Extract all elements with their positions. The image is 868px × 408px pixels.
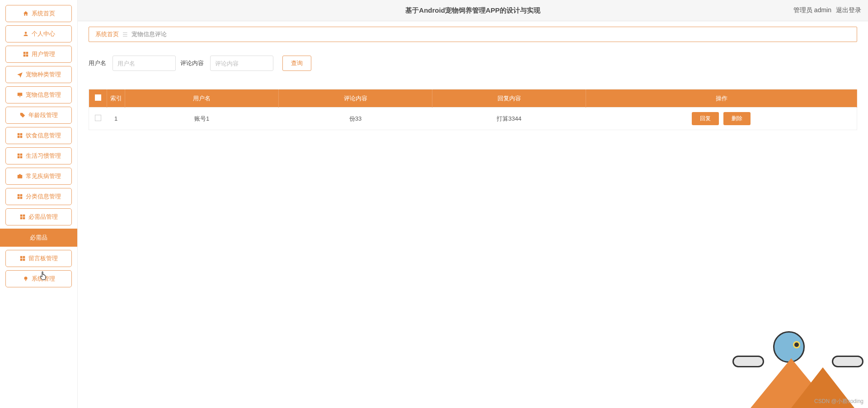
- table-header-comment: 评论内容: [279, 89, 432, 108]
- sidebar-item-label: 年龄段管理: [28, 111, 58, 119]
- sidebar-item-label: 饮食信息管理: [26, 131, 61, 140]
- svg-rect-20: [20, 197, 22, 199]
- svg-rect-13: [17, 156, 19, 159]
- sidebar-item-label: 必需品: [30, 234, 47, 242]
- table-header-index: 索引: [107, 89, 125, 108]
- header: 基于Android宠物饲养管理APP的设计与实现 管理员 admin 退出登录: [78, 0, 868, 21]
- sidebar-item-messageboard[interactable]: 留言板管理: [5, 250, 72, 267]
- table-header-username: 用户名: [125, 89, 279, 108]
- grid-icon: [17, 153, 23, 159]
- page-title: 基于Android宠物饲养管理APP的设计与实现: [405, 6, 540, 15]
- svg-rect-17: [17, 194, 19, 197]
- svg-rect-5: [17, 93, 22, 96]
- svg-rect-26: [23, 256, 25, 258]
- sidebar-item-home[interactable]: 系统首页: [5, 5, 72, 22]
- home-icon: [23, 10, 29, 17]
- svg-rect-15: [17, 175, 22, 178]
- row-checkbox[interactable]: [89, 108, 107, 130]
- row-username: 账号1: [125, 108, 279, 130]
- sidebar-item-label: 留言板管理: [28, 254, 58, 263]
- sidebar-item-label: 系统首页: [32, 9, 55, 18]
- svg-rect-22: [23, 215, 25, 217]
- sidebar-item-label: 常见疾病管理: [26, 172, 61, 180]
- bulb-icon: [23, 276, 29, 282]
- sidebar-item-label: 分类信息管理: [26, 192, 61, 201]
- svg-rect-30: [25, 280, 26, 281]
- sidebar-item-necessity[interactable]: 必需品管理: [5, 208, 72, 225]
- tag-icon: [19, 112, 26, 118]
- table-header-reply: 回复内容: [432, 89, 586, 108]
- svg-rect-21: [20, 215, 23, 217]
- svg-rect-1: [23, 52, 25, 54]
- filter-bar: 用户名 评论内容 查询: [89, 56, 857, 71]
- logout-link[interactable]: 退出登录: [836, 6, 861, 14]
- sidebar-item-category-info[interactable]: 分类信息管理: [5, 188, 72, 205]
- row-reply: 打算3344: [432, 108, 586, 130]
- username-input[interactable]: [113, 56, 176, 71]
- svg-rect-28: [23, 259, 25, 261]
- reply-button[interactable]: 回复: [692, 112, 719, 125]
- sidebar-item-profile[interactable]: 个人中心: [5, 25, 72, 42]
- svg-rect-7: [17, 133, 19, 136]
- row-index: 1: [107, 108, 125, 130]
- table-row: 1 账号1 份33 打算3344 回复 删除: [89, 108, 857, 130]
- sidebar-item-diet[interactable]: 饮食信息管理: [5, 127, 72, 144]
- sidebar-item-label: 个人中心: [32, 30, 55, 38]
- svg-rect-23: [20, 217, 23, 220]
- row-ops: 回复 删除: [586, 108, 857, 130]
- sidebar-item-age[interactable]: 年龄段管理: [5, 107, 72, 124]
- svg-rect-25: [20, 256, 23, 258]
- content-input[interactable]: [210, 56, 273, 71]
- svg-rect-3: [23, 55, 25, 57]
- svg-rect-24: [23, 217, 25, 220]
- breadcrumb-home[interactable]: 系统首页: [95, 30, 119, 38]
- svg-rect-11: [17, 154, 19, 156]
- person-icon: [23, 31, 29, 37]
- grid-icon: [17, 132, 23, 139]
- sidebar-item-label: 系统管理: [32, 275, 55, 283]
- header-user[interactable]: 管理员 admin: [793, 6, 831, 14]
- sidebar-subitem-necessity-active[interactable]: 必需品: [0, 229, 77, 247]
- grid-icon: [19, 214, 26, 220]
- sidebar-item-label: 宠物信息管理: [26, 91, 61, 99]
- svg-point-29: [24, 277, 27, 280]
- sidebar-item-label: 生活习惯管理: [26, 152, 61, 160]
- sidebar-item-habit[interactable]: 生活习惯管理: [5, 147, 72, 164]
- row-comment: 份33: [279, 108, 432, 130]
- username-label: 用户名: [89, 59, 106, 67]
- breadcrumb: 系统首页 ☰ 宠物信息评论: [89, 27, 857, 42]
- search-button[interactable]: 查询: [282, 56, 311, 71]
- breadcrumb-current: 宠物信息评论: [131, 30, 167, 38]
- briefcase-icon: [17, 173, 23, 179]
- grid-icon: [17, 193, 23, 200]
- sidebar-item-users[interactable]: 用户管理: [5, 46, 72, 63]
- sidebar-item-label: 用户管理: [32, 50, 55, 58]
- table-header-checkbox[interactable]: [89, 89, 107, 108]
- data-table: 索引 用户名 评论内容 回复内容 操作 1 账号1 份33 打算3344 回复 …: [89, 89, 857, 130]
- sidebar-item-pet-category[interactable]: 宠物种类管理: [5, 66, 72, 83]
- sidebar-item-pet-info[interactable]: 宠物信息管理: [5, 86, 72, 103]
- plane-icon: [17, 71, 23, 78]
- svg-rect-18: [20, 194, 22, 197]
- svg-rect-12: [20, 154, 22, 156]
- sidebar: 系统首页 个人中心 用户管理 宠物种类管理 宠物信息管理 年龄段管理 饮食信息管…: [0, 0, 78, 408]
- delete-button[interactable]: 删除: [723, 112, 751, 125]
- svg-rect-2: [26, 52, 28, 54]
- grid-icon: [23, 51, 29, 57]
- svg-rect-16: [19, 174, 21, 175]
- svg-rect-8: [20, 133, 22, 136]
- watermark: CSDN @小蔡coding: [814, 398, 863, 405]
- table-header-op: 操作: [586, 89, 857, 108]
- svg-rect-4: [26, 55, 28, 57]
- content-label: 评论内容: [180, 59, 204, 67]
- monitor-icon: [17, 92, 23, 98]
- breadcrumb-separator-icon: ☰: [122, 31, 128, 38]
- svg-rect-9: [17, 136, 19, 138]
- svg-rect-10: [20, 136, 22, 138]
- svg-rect-27: [20, 259, 23, 261]
- sidebar-item-disease[interactable]: 常见疾病管理: [5, 168, 72, 185]
- sidebar-item-label: 必需品管理: [28, 213, 58, 221]
- sidebar-item-system[interactable]: 系统管理: [5, 270, 72, 287]
- svg-rect-14: [20, 156, 22, 159]
- grid-icon: [19, 255, 26, 262]
